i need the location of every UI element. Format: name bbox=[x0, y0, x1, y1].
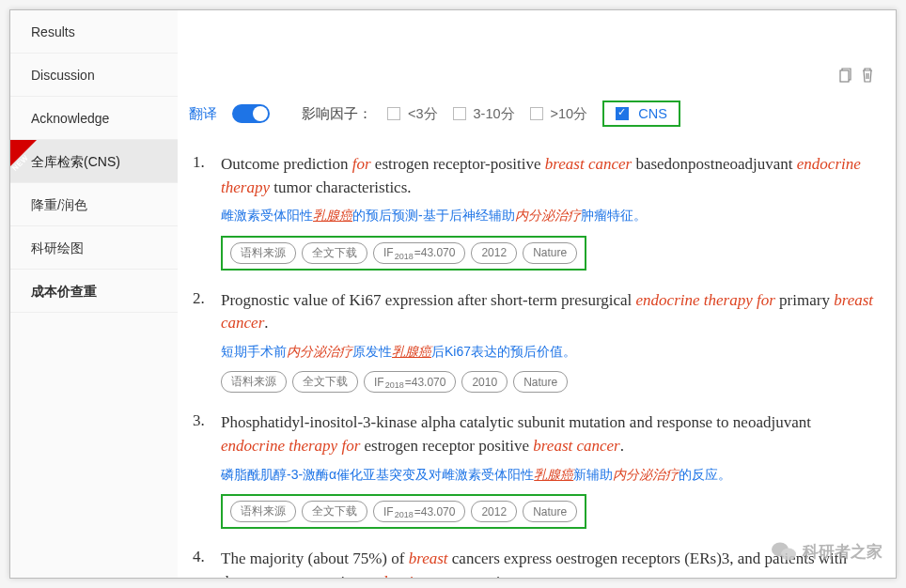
impact-factor-label: 影响因子： bbox=[302, 105, 372, 123]
result-item: 3. Phosphatidyl-inositol-3-kinase alpha … bbox=[193, 411, 879, 529]
result-pills: 语料来源 全文下载 IF2018=43.070 2012 Nature bbox=[221, 236, 586, 271]
watermark: 科研者之家 bbox=[771, 540, 883, 563]
sidebar-item-acknowledge[interactable]: Acknowledge bbox=[10, 97, 178, 140]
app-window: Results Discussion Acknowledge NEW 全库检索(… bbox=[9, 9, 897, 579]
pill-impact-factor[interactable]: IF2018=43.070 bbox=[373, 242, 465, 264]
sidebar-item-plagiarism[interactable]: 成本价查重 bbox=[10, 270, 178, 313]
result-title[interactable]: Prognostic value of Ki67 expression afte… bbox=[221, 289, 879, 335]
filter-row: 翻译 影响因子： <3分 3-10分 >10分 CNS bbox=[187, 101, 879, 127]
main-panel: 翻译 影响因子： <3分 3-10分 >10分 CNS 1. Outcome p… bbox=[178, 10, 896, 578]
pill-journal[interactable]: Nature bbox=[523, 501, 577, 522]
svg-rect-0 bbox=[840, 70, 849, 82]
result-title[interactable]: Outcome prediction for estrogen receptor… bbox=[221, 153, 879, 199]
filter-opt-3-10[interactable]: 3-10分 bbox=[453, 105, 515, 123]
translate-label: 翻译 bbox=[189, 105, 217, 123]
result-title[interactable]: Phosphatidyl-inositol-3-kinase alpha cat… bbox=[221, 411, 879, 457]
sidebar-item-discussion[interactable]: Discussion bbox=[10, 54, 178, 97]
result-translation: 短期手术前内分泌治疗原发性乳腺癌后Ki67表达的预后价值。 bbox=[221, 341, 879, 362]
result-item: 1. Outcome prediction for estrogen recep… bbox=[193, 153, 879, 271]
result-number: 1. bbox=[193, 153, 210, 271]
filter-opt-lt3[interactable]: <3分 bbox=[387, 105, 438, 123]
trash-icon[interactable] bbox=[860, 67, 875, 87]
filter-opt-gt10[interactable]: >10分 bbox=[530, 105, 588, 123]
pill-year[interactable]: 2010 bbox=[461, 371, 508, 393]
pill-impact-factor[interactable]: IF2018=43.070 bbox=[373, 501, 465, 522]
sidebar-item-label: 全库检索(CNS) bbox=[31, 154, 120, 169]
sidebar: Results Discussion Acknowledge NEW 全库检索(… bbox=[10, 10, 178, 578]
results-list: 1. Outcome prediction for estrogen recep… bbox=[187, 153, 879, 578]
result-number: 4. bbox=[193, 548, 210, 578]
pill-download[interactable]: 全文下载 bbox=[302, 501, 367, 522]
pill-download[interactable]: 全文下载 bbox=[292, 371, 358, 393]
pill-year[interactable]: 2012 bbox=[471, 501, 517, 522]
pill-source[interactable]: 语料来源 bbox=[230, 242, 296, 264]
pill-journal[interactable]: Nature bbox=[513, 371, 568, 393]
pill-journal[interactable]: Nature bbox=[523, 242, 577, 264]
pill-year[interactable]: 2012 bbox=[471, 242, 517, 264]
wechat-icon bbox=[771, 540, 797, 563]
filter-opt-cns[interactable]: CNS bbox=[602, 101, 680, 127]
result-pills: 语料来源 全文下载 IF2018=43.070 2010 Nature bbox=[221, 371, 879, 393]
result-pills: 语料来源 全文下载 IF2018=43.070 2012 Nature bbox=[221, 494, 586, 529]
result-translation: 磷脂酰肌醇-3-激酶α催化亚基突变及对雌激素受体阳性乳腺癌新辅助内分泌治疗的反应… bbox=[221, 464, 879, 485]
result-number: 2. bbox=[193, 289, 210, 394]
top-action-icons bbox=[837, 67, 875, 87]
pill-download[interactable]: 全文下载 bbox=[302, 242, 367, 264]
copy-icon[interactable] bbox=[837, 67, 852, 87]
pill-source[interactable]: 语料来源 bbox=[230, 501, 296, 522]
check-icon bbox=[616, 107, 629, 120]
translate-toggle[interactable] bbox=[232, 104, 270, 123]
sidebar-item-rewrite[interactable]: 降重/润色 bbox=[10, 183, 178, 226]
sidebar-item-drawing[interactable]: 科研绘图 bbox=[10, 226, 178, 270]
svg-point-2 bbox=[781, 549, 796, 561]
result-translation: 雌激素受体阳性乳腺癌的预后预测-基于后神经辅助内分泌治疗肿瘤特征。 bbox=[221, 205, 879, 225]
sidebar-item-cns-search[interactable]: NEW 全库检索(CNS) bbox=[10, 140, 178, 183]
pill-impact-factor[interactable]: IF2018=43.070 bbox=[364, 371, 456, 393]
result-number: 3. bbox=[193, 411, 210, 529]
result-item: 2. Prognostic value of Ki67 expression a… bbox=[193, 289, 879, 394]
new-badge: NEW bbox=[10, 140, 37, 166]
pill-source[interactable]: 语料来源 bbox=[221, 371, 287, 393]
sidebar-item-results[interactable]: Results bbox=[10, 10, 178, 54]
